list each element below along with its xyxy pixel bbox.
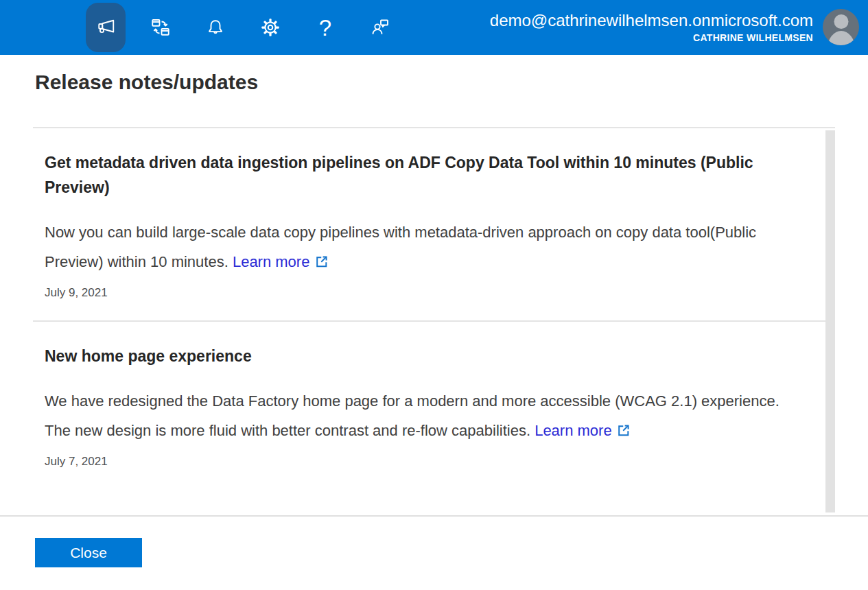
feedback-button[interactable] <box>360 0 400 55</box>
note-date: July 7, 2021 <box>45 455 797 469</box>
question-mark-icon: ? <box>319 16 331 39</box>
help-button[interactable]: ? <box>305 0 345 55</box>
avatar[interactable] <box>823 9 859 45</box>
bell-icon <box>205 17 226 38</box>
learn-more-link[interactable]: Learn more <box>535 422 631 439</box>
switch-data-factory-button[interactable] <box>141 0 180 55</box>
feedback-icon <box>370 17 390 38</box>
note-body: We have redesigned the Data Factory home… <box>45 386 797 445</box>
external-link-icon <box>616 422 631 439</box>
notifications-button[interactable] <box>196 0 235 55</box>
avatar-silhouette-head <box>834 14 848 29</box>
note-body-text: We have redesigned the Data Factory home… <box>45 392 779 439</box>
external-link-icon <box>314 253 329 270</box>
release-notes-list: Get metadata driven data ingestion pipel… <box>33 127 835 512</box>
release-notes-page: ? demo@cathrinewilhelmsen.onmicrosoft.co… <box>0 0 868 590</box>
note-body: Now you can build large-scale data copy … <box>45 217 797 276</box>
learn-more-label: Learn more <box>233 253 310 270</box>
page-title: Release notes/updates <box>35 71 258 94</box>
gear-icon <box>260 17 281 38</box>
note-title: New home page experience <box>45 322 797 368</box>
account-email: demo@cathrinewilhelmsen.onmicrosoft.com <box>490 12 813 29</box>
release-notes-button[interactable] <box>86 3 126 52</box>
learn-more-label: Learn more <box>535 422 612 439</box>
release-note-item: New home page experience We have redesig… <box>33 322 835 489</box>
top-navigation-bar: ? demo@cathrinewilhelmsen.onmicrosoft.co… <box>0 0 868 55</box>
avatar-silhouette-torso <box>828 31 855 45</box>
close-button[interactable]: Close <box>35 538 142 567</box>
account-info[interactable]: demo@cathrinewilhelmsen.onmicrosoft.com … <box>490 0 813 55</box>
note-title: Get metadata driven data ingestion pipel… <box>45 128 797 200</box>
footer-divider <box>0 515 868 517</box>
learn-more-link[interactable]: Learn more <box>233 253 329 270</box>
topbar-icon-row: ? <box>86 0 400 55</box>
note-date: July 9, 2021 <box>45 286 797 300</box>
scrollbar[interactable] <box>825 130 835 512</box>
switch-data-factory-icon <box>150 17 171 38</box>
note-body-text: Now you can build large-scale data copy … <box>45 224 756 270</box>
settings-button[interactable] <box>250 0 290 55</box>
release-note-item: Get metadata driven data ingestion pipel… <box>33 128 835 322</box>
account-name: CATHRINE WILHELMSEN <box>693 32 813 43</box>
megaphone-icon <box>95 17 116 38</box>
